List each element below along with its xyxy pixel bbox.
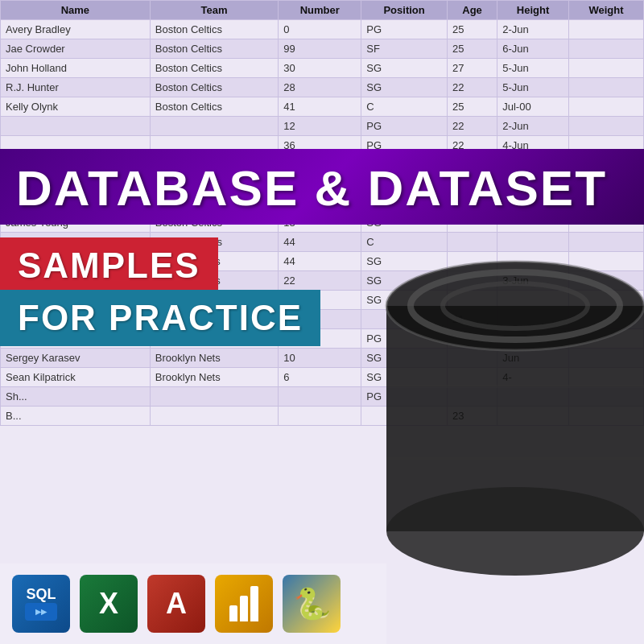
- title-banner: DATABASE & DATASET: [0, 149, 644, 225]
- table-cell: Boston Celtics: [150, 20, 278, 39]
- table-cell: [279, 407, 361, 426]
- icons-bar: SQL ▶▶ X A 🐍: [0, 564, 386, 644]
- table-cell: 10: [279, 349, 361, 368]
- table-cell: John Holland: [1, 59, 151, 78]
- table-cell: Boston Celtics: [150, 97, 278, 117]
- powerbi-icon: [215, 575, 273, 633]
- table-cell: SF: [361, 39, 448, 59]
- table-cell: 30: [279, 59, 361, 78]
- table-cell: 44: [279, 252, 361, 271]
- table-cell: [150, 117, 278, 136]
- table-cell: [568, 20, 643, 39]
- table-cell: [568, 59, 643, 78]
- access-icon: A: [147, 575, 205, 633]
- table-row: Jae CrowderBoston Celtics99SF256-Jun: [1, 39, 644, 59]
- table-cell: Sergey Karasev: [1, 349, 151, 368]
- table-cell: B...: [1, 407, 151, 426]
- table-cell: 22: [447, 117, 497, 136]
- samples-text: SAMPLES: [18, 246, 200, 286]
- col-position: Position: [361, 1, 448, 20]
- table-cell: 22: [447, 78, 497, 97]
- table-cell: Boston Celtics: [150, 59, 278, 78]
- table-cell: 25: [447, 97, 497, 117]
- table-row: Kelly OlynkBoston Celtics41C25Jul-00: [1, 97, 644, 117]
- table-cell: 25: [447, 20, 497, 39]
- table-cell: Kelly Olynk: [1, 97, 151, 117]
- col-age: Age: [447, 1, 497, 20]
- table-cell: Jae Crowder: [1, 39, 151, 59]
- table-cell: [150, 387, 278, 407]
- title-text: DATABASE & DATASET: [16, 163, 628, 213]
- table-cell: 6: [279, 368, 361, 387]
- table-row: 12PG222-Jun: [1, 117, 644, 136]
- table-cell: [150, 407, 278, 426]
- table-cell: 2-Jun: [497, 117, 569, 136]
- table-cell: 5-Jun: [497, 59, 569, 78]
- table-cell: 6-Jun: [497, 39, 569, 59]
- table-cell: Brooklyn Nets: [150, 349, 278, 368]
- table-cell: [568, 39, 643, 59]
- col-height: Height: [497, 1, 569, 20]
- table-cell: 27: [447, 59, 497, 78]
- excel-icon: X: [80, 575, 138, 633]
- table-cell: 99: [279, 39, 361, 59]
- table-cell: 22: [279, 271, 361, 291]
- table-cell: Boston Celtics: [150, 78, 278, 97]
- table-cell: [568, 97, 643, 117]
- table-row: R.J. HunterBoston Celtics28SG225-Jun: [1, 78, 644, 97]
- table-cell: Sean Kilpatrick: [1, 368, 151, 387]
- col-number: Number: [279, 1, 361, 20]
- table-cell: PG: [361, 20, 448, 39]
- col-team: Team: [150, 1, 278, 20]
- db-decoration-icon: [362, 242, 644, 580]
- table-cell: Boston Celtics: [150, 39, 278, 59]
- python-icon: 🐍: [283, 575, 341, 633]
- table-cell: 0: [279, 20, 361, 39]
- table-cell: [279, 387, 361, 407]
- table-cell: [568, 117, 643, 136]
- table-cell: R.J. Hunter: [1, 78, 151, 97]
- table-row: Avery BradleyBoston Celtics0PG252-Jun: [1, 20, 644, 39]
- table-cell: 12: [279, 117, 361, 136]
- table-cell: [1, 117, 151, 136]
- table-cell: 44: [279, 233, 361, 252]
- table-cell: 28: [279, 78, 361, 97]
- table-cell: 2-Jun: [497, 20, 569, 39]
- table-cell: [568, 78, 643, 97]
- sql-icon: SQL ▶▶: [12, 575, 70, 633]
- table-cell: C: [361, 97, 448, 117]
- table-cell: Sh...: [1, 387, 151, 407]
- table-cell: 41: [279, 97, 361, 117]
- practice-text: FOR PRACTICE: [18, 298, 303, 338]
- table-cell: SG: [361, 78, 448, 97]
- col-weight: Weight: [568, 1, 643, 20]
- practice-badge: FOR PRACTICE: [0, 290, 320, 346]
- col-name: Name: [1, 1, 151, 20]
- table-row: John HollandBoston Celtics30SG275-Jun: [1, 59, 644, 78]
- table-cell: Jul-00: [497, 97, 569, 117]
- svg-point-2: [386, 487, 644, 576]
- table-cell: Avery Bradley: [1, 20, 151, 39]
- table-cell: Brooklyn Nets: [150, 368, 278, 387]
- samples-badge: SAMPLES: [0, 237, 218, 294]
- table-cell: 5-Jun: [497, 78, 569, 97]
- table-cell: SG: [361, 59, 448, 78]
- table-cell: PG: [361, 117, 448, 136]
- table-cell: 25: [447, 39, 497, 59]
